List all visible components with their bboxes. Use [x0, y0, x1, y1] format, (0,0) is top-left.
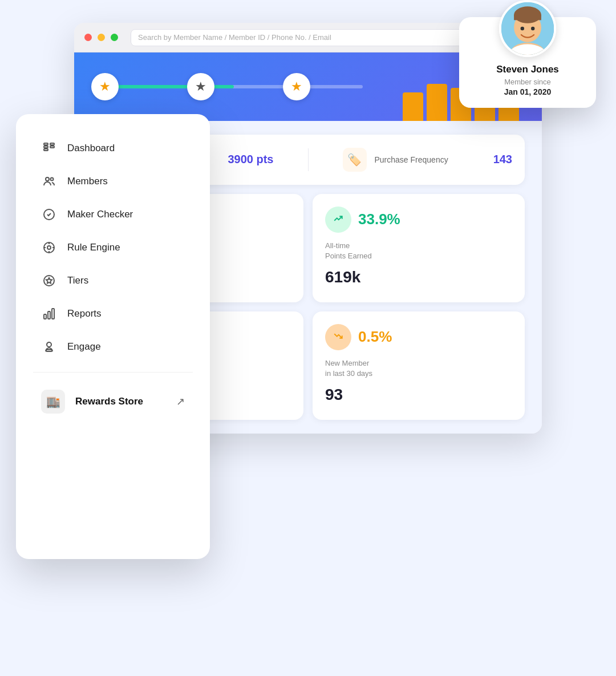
profile-card: Steven Jones Member since Jan 01, 2020 — [459, 17, 596, 108]
avatar — [499, 0, 556, 57]
svg-point-18 — [47, 342, 51, 347]
rewards-store-icon: 🏬 — [41, 390, 65, 414]
maker-checker-icon — [41, 207, 57, 222]
avatar-svg — [501, 2, 554, 55]
profile-name: Steven Jones — [496, 64, 559, 75]
earned-points-value: 3900 pts — [228, 153, 273, 166]
sidebar-label-rule-engine: Rule Engine — [67, 242, 120, 253]
sidebar-item-dashboard[interactable]: Dashboard — [23, 132, 203, 164]
reports-icon — [41, 306, 57, 322]
sidebar-item-members[interactable]: Members — [23, 165, 203, 197]
stat-label-3: New Memberin last 30 days — [325, 358, 512, 379]
rewards-store-nav-item[interactable]: 🏬 Rewards Store ↗ — [23, 382, 203, 422]
rule-engine-icon — [41, 240, 57, 256]
stat-badge-1 — [325, 207, 351, 233]
sidebar-label-engage: Engage — [67, 341, 101, 353]
star-node-1: ★ — [91, 73, 119, 100]
svg-rect-16 — [48, 311, 50, 319]
progress-fill — [105, 85, 234, 88]
profile-since-date: Jan 01, 2020 — [504, 87, 552, 96]
sidebar-label-members: Members — [67, 176, 108, 187]
svg-rect-19 — [46, 350, 52, 351]
stat-percent-3: 0.5% — [358, 328, 392, 346]
purchase-freq-icon: 🏷️ — [343, 148, 367, 172]
sidebar-card: DashboardMembersMaker CheckerRule Engine… — [16, 114, 210, 559]
stat-value-1: 619k — [325, 268, 512, 286]
purchase-freq-value: 143 — [493, 153, 512, 166]
svg-rect-25 — [514, 15, 541, 20]
scene: Search by Member Name / Member ID / Phon… — [0, 0, 616, 676]
stat-value-3: 93 — [325, 386, 512, 404]
trend-arrow-icon-1 — [333, 213, 343, 226]
svg-rect-2 — [44, 149, 48, 151]
sidebar-label-tiers: Tiers — [67, 275, 88, 286]
stat-card-3: 0.5% New Memberin last 30 days 93 — [313, 311, 525, 420]
stat-percent-1: 33.9% — [358, 211, 400, 228]
external-link-icon: ↗ — [176, 395, 185, 408]
star-node-3: ★ — [283, 73, 310, 100]
profile-since-label: Member since — [504, 78, 551, 86]
sidebar-label-dashboard: Dashboard — [67, 143, 115, 154]
search-placeholder-text: Search by Member Name / Member ID / Phon… — [138, 33, 331, 42]
nav-items-container: DashboardMembersMaker CheckerRule Engine… — [16, 131, 210, 364]
nav-divider — [33, 372, 193, 373]
stat-label-1: All-timePoints Earned — [325, 241, 512, 261]
purchase-freq-label: Purchase Frequency — [375, 155, 448, 164]
sidebar-item-tiers[interactable]: Tiers — [23, 265, 203, 297]
progress-bar-container: ★ ★ ★ — [91, 73, 376, 100]
svg-point-26 — [521, 27, 524, 30]
sidebar-label-maker-checker: Maker Checker — [67, 209, 133, 220]
info-divider — [308, 148, 309, 171]
sidebar-item-maker-checker[interactable]: Maker Checker — [23, 199, 203, 230]
svg-point-5 — [46, 177, 49, 181]
svg-point-27 — [531, 27, 534, 30]
stat-badge-3 — [325, 324, 351, 350]
star-node-2: ★ — [187, 73, 214, 100]
browser-dot-green[interactable] — [111, 34, 118, 41]
svg-point-9 — [47, 246, 51, 249]
awning-strip-2 — [427, 84, 447, 121]
browser-dot-red[interactable] — [84, 34, 92, 41]
sidebar-item-rule-engine[interactable]: Rule Engine — [23, 232, 203, 264]
browser-dot-yellow[interactable] — [98, 34, 105, 41]
svg-point-6 — [51, 178, 54, 181]
tiers-icon — [41, 273, 57, 289]
purchase-freq-item: 🏷️ Purchase Frequency 143 — [343, 148, 513, 172]
stat-card-1: 33.9% All-timePoints Earned 619k — [313, 194, 525, 302]
members-icon — [41, 173, 57, 189]
engage-icon — [41, 339, 57, 355]
sidebar-item-engage[interactable]: Engage — [23, 331, 203, 363]
svg-rect-0 — [44, 143, 48, 145]
svg-rect-3 — [50, 143, 54, 145]
awning-strip-1 — [403, 92, 423, 121]
trend-arrow-icon-3 — [333, 331, 343, 343]
svg-rect-15 — [44, 314, 46, 319]
svg-rect-1 — [44, 146, 48, 148]
dashboard-icon — [41, 140, 57, 156]
progress-track — [105, 85, 363, 88]
stat-header-3: 0.5% — [325, 324, 512, 350]
rewards-store-label: Rewards Store — [75, 396, 166, 407]
sidebar-label-reports: Reports — [67, 308, 102, 319]
svg-rect-4 — [50, 146, 54, 148]
sidebar-item-reports[interactable]: Reports — [23, 298, 203, 330]
svg-rect-17 — [52, 309, 54, 319]
stat-header-1: 33.9% — [325, 207, 512, 233]
